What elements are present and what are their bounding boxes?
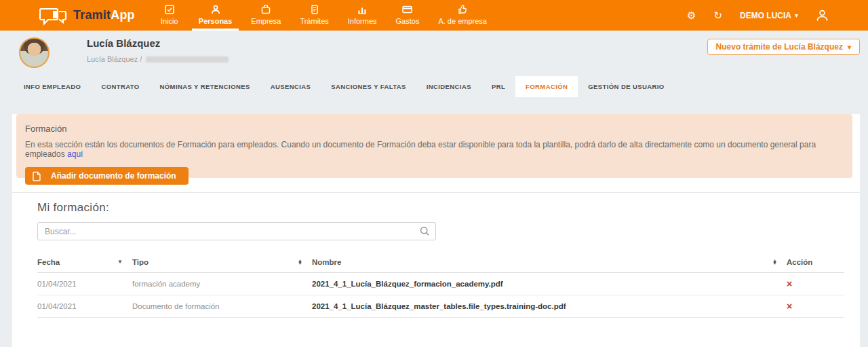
document-icon bbox=[310, 5, 319, 15]
new-tramite-label: Nuevo trámite de Lucía Blázquez bbox=[716, 42, 843, 52]
search-icon[interactable] bbox=[420, 226, 430, 236]
my-training-title: Mi formación: bbox=[37, 201, 844, 215]
app-logo[interactable]: TramitApp bbox=[39, 0, 135, 31]
delete-x-icon[interactable]: × bbox=[787, 301, 792, 312]
employee-tabs: INFO EMPLEADO CONTRATO NÓMINAS Y RETENCI… bbox=[0, 76, 868, 97]
nav-label: Informes bbox=[348, 17, 377, 25]
sort-desc-icon[interactable]: ▼ bbox=[117, 261, 123, 263]
formacion-notice: Formación En esta sección están los docu… bbox=[16, 114, 852, 178]
app-name: TramitApp bbox=[73, 8, 135, 22]
nav-item-a-de-empresa[interactable]: A. de empresa bbox=[429, 0, 496, 31]
nav-item-personas[interactable]: Personas bbox=[189, 0, 242, 31]
add-training-label: Añadir documento de formación bbox=[51, 171, 176, 181]
tab-contrato[interactable]: CONTRATO bbox=[91, 76, 149, 97]
file-icon bbox=[32, 171, 41, 181]
breadcrumb-text: Lucía Blázquez / bbox=[87, 55, 142, 63]
thumbs-up-icon bbox=[458, 5, 467, 15]
add-training-document-button[interactable]: Añadir documento de formación bbox=[25, 167, 189, 185]
speech-bubbles-logo-icon bbox=[39, 5, 68, 26]
notice-description: En esta sección están los documentos de … bbox=[25, 140, 842, 159]
tab-gestion-de-usuario[interactable]: GESTIÓN DE USUARIO bbox=[578, 76, 674, 97]
nav-label: Trámites bbox=[300, 17, 328, 25]
col-header-nombre[interactable]: Nombre bbox=[312, 258, 341, 266]
nav-label: Gastos bbox=[396, 17, 420, 25]
nav-item-informes[interactable]: Informes bbox=[338, 0, 387, 31]
my-training-section: Mi formación: Fecha ▼ Tipo ▲▼ bbox=[12, 192, 860, 318]
notice-title: Formación bbox=[25, 124, 842, 134]
nav-item-empresa[interactable]: Empresa bbox=[241, 0, 290, 31]
nav-label: Inicio bbox=[161, 17, 178, 25]
top-right-controls: ⚙ ↻ DEMO LUCIA ▾ bbox=[687, 0, 829, 31]
employee-name: Lucía Blázquez bbox=[87, 37, 229, 49]
aqui-link[interactable]: aquí bbox=[67, 149, 83, 159]
employee-header: Lucía Blázquez Lucía Blázquez / Nuevo tr… bbox=[0, 31, 868, 76]
cell-nombre-file-link[interactable]: 2021_4_1_Lucía_Blázquez_master_tables.fi… bbox=[312, 295, 787, 318]
search-box bbox=[37, 222, 436, 240]
new-tramite-button[interactable]: Nuevo trámite de Lucía Blázquez ▾ bbox=[707, 39, 860, 55]
tab-incidencias[interactable]: INCIDENCIAS bbox=[416, 76, 481, 97]
redacted-id bbox=[146, 56, 229, 62]
caret-down-icon: ▾ bbox=[848, 43, 851, 51]
tab-info-empleado[interactable]: INFO EMPLEADO bbox=[14, 76, 91, 97]
sort-both-icon[interactable]: ▲▼ bbox=[772, 259, 777, 265]
employee-identity: Lucía Blázquez Lucía Blázquez / bbox=[87, 37, 229, 63]
user-menu[interactable]: DEMO LUCIA ▾ bbox=[740, 11, 798, 20]
credit-card-icon bbox=[402, 5, 412, 15]
checkbox-icon bbox=[165, 5, 174, 15]
nav-label: Empresa bbox=[251, 17, 281, 25]
top-bar: TramitApp Inicio Personas Empresa Trámit… bbox=[0, 0, 868, 31]
cell-fecha: 01/04/2021 bbox=[37, 273, 132, 295]
nav-item-gastos[interactable]: Gastos bbox=[387, 0, 429, 31]
col-header-tipo[interactable]: Tipo bbox=[132, 258, 149, 266]
tab-nominas-y-retenciones[interactable]: NÓMINAS Y RETENCIONES bbox=[150, 76, 260, 97]
search-input[interactable] bbox=[37, 222, 436, 240]
cell-nombre-file-link[interactable]: 2021_4_1_Lucía_Blázquez_formacion_academ… bbox=[312, 273, 787, 295]
table-row: 01/04/2021 Documento de formación 2021_4… bbox=[37, 295, 844, 318]
training-table: Fecha ▼ Tipo ▲▼ Nombre ▲▼ Acción bbox=[37, 253, 844, 318]
sort-both-icon[interactable]: ▲▼ bbox=[298, 259, 302, 265]
nav-label: A. de empresa bbox=[438, 17, 487, 25]
tab-formacion[interactable]: FORMACIÓN bbox=[515, 76, 578, 97]
tab-prl[interactable]: PRL bbox=[481, 76, 515, 97]
formacion-panel: Formación En esta sección están los docu… bbox=[12, 114, 860, 347]
employee-breadcrumb: Lucía Blázquez / bbox=[87, 55, 229, 63]
cell-tipo: formación academy bbox=[132, 273, 312, 295]
person-icon bbox=[211, 5, 220, 15]
user-menu-label: DEMO LUCIA bbox=[740, 11, 791, 20]
notice-description-text: En esta sección están los documentos de … bbox=[25, 140, 816, 159]
avatar[interactable] bbox=[19, 37, 50, 68]
table-header-row: Fecha ▼ Tipo ▲▼ Nombre ▲▼ Acción bbox=[37, 253, 844, 273]
gear-icon[interactable]: ⚙ bbox=[687, 10, 696, 20]
col-header-accion[interactable]: Acción bbox=[787, 258, 812, 266]
tab-sanciones-y-faltas[interactable]: SANCIONES Y FALTAS bbox=[321, 76, 416, 97]
profile-person-icon[interactable] bbox=[816, 9, 829, 22]
briefcase-icon bbox=[261, 5, 271, 15]
col-header-fecha[interactable]: Fecha bbox=[37, 258, 60, 266]
sort-down-arrow: ▼ bbox=[772, 262, 777, 265]
delete-x-icon[interactable]: × bbox=[787, 278, 792, 289]
cell-fecha: 01/04/2021 bbox=[37, 295, 132, 318]
nav-item-tramites[interactable]: Trámites bbox=[290, 0, 338, 31]
caret-down-icon: ▾ bbox=[795, 12, 798, 19]
bar-chart-icon bbox=[357, 5, 367, 15]
refresh-icon[interactable]: ↻ bbox=[713, 10, 722, 20]
nav-label: Personas bbox=[199, 17, 233, 25]
primary-nav: Inicio Personas Empresa Trámites Informe… bbox=[150, 0, 496, 31]
cell-tipo: Documento de formación bbox=[132, 295, 312, 318]
tab-ausencias[interactable]: AUSENCIAS bbox=[260, 76, 321, 97]
sort-down-arrow: ▼ bbox=[298, 262, 302, 265]
nav-item-inicio[interactable]: Inicio bbox=[150, 0, 189, 31]
table-row: 01/04/2021 formación academy 2021_4_1_Lu… bbox=[37, 273, 844, 295]
